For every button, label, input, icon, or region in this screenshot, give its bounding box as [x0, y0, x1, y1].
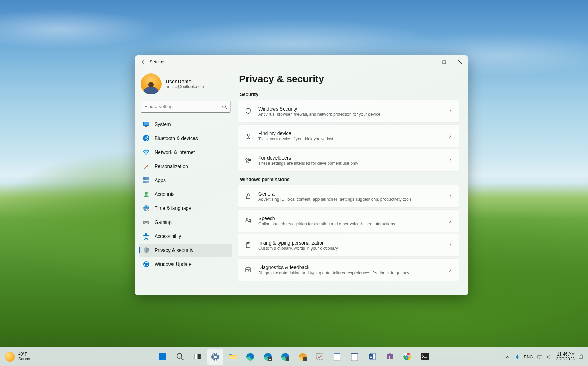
clock[interactable]: 11:46 AM 3/20/2023 — [556, 352, 575, 362]
bluetooth-icon — [143, 135, 150, 142]
globe-icon — [143, 205, 150, 212]
svg-point-1 — [223, 105, 226, 108]
word-icon: W — [368, 352, 377, 361]
card-title: General — [258, 191, 447, 197]
wifi-icon — [143, 149, 150, 156]
update-icon — [143, 261, 150, 268]
notepad-alt-icon — [351, 352, 360, 361]
heartbeat-icon — [244, 266, 252, 274]
settings-card-inking-typing-personalization[interactable]: Inking & typing personalizationCustom di… — [238, 234, 459, 257]
sidebar-item-gaming[interactable]: Gaming — [139, 216, 232, 229]
sidebar-item-personalization[interactable]: Personalization — [139, 160, 232, 173]
svg-rect-3 — [163, 353, 166, 357]
svg-text:C: C — [304, 358, 306, 361]
svg-rect-8 — [198, 354, 201, 359]
settings-card-speech[interactable]: SpeechOnline speech recognition for dict… — [238, 209, 459, 232]
sidebar-item-apps[interactable]: Apps — [139, 174, 232, 187]
taskbar-file-explorer[interactable] — [225, 349, 241, 365]
gamepad-icon — [143, 219, 150, 226]
sidebar-item-system[interactable]: System — [139, 118, 232, 131]
chrome-icon — [403, 352, 412, 361]
taskbar-chrome[interactable] — [400, 349, 416, 365]
taskbar-notepad-alt[interactable] — [347, 349, 363, 365]
sidebar-item-privacy-security[interactable]: Privacy & security — [139, 244, 232, 257]
page-title: Privacy & security — [238, 71, 459, 87]
user-name: User Demo — [166, 79, 204, 84]
sidebar-item-label: Bluetooth & devices — [155, 135, 198, 141]
network-tray-icon[interactable] — [537, 354, 543, 360]
language-indicator[interactable]: ENG — [524, 354, 533, 359]
taskbar-notepad[interactable] — [330, 349, 346, 365]
settings-card-for-developers[interactable]: For developersThese settings are intende… — [238, 149, 459, 172]
section-header: Security — [238, 87, 459, 100]
svg-rect-7 — [194, 354, 197, 359]
sidebar-item-bluetooth-devices[interactable]: Bluetooth & devices — [139, 132, 232, 145]
main-content: Privacy & security SecurityWindows Secur… — [235, 69, 468, 295]
overflow-chevron[interactable] — [504, 354, 511, 360]
section-header: Windows permissions — [238, 172, 459, 185]
taskbar-edge-dev[interactable]: D — [277, 349, 293, 365]
chevron-right-icon — [447, 157, 453, 163]
taskbar-word[interactable]: W — [365, 349, 381, 365]
sidebar: User Demo m_lab@outlook.com SystemBlueto… — [135, 69, 235, 295]
chevron-right-icon — [447, 267, 453, 273]
settings-card-find-my-device[interactable]: Find my deviceTrack your device if you t… — [238, 124, 459, 147]
search-button[interactable] — [220, 103, 229, 111]
weather-widget[interactable]: 40°F Sunny — [0, 352, 45, 362]
taskbar-snipping-tool[interactable] — [312, 349, 328, 365]
taskbar-search[interactable] — [172, 349, 188, 365]
clipboard-icon — [244, 241, 252, 249]
user-account-block[interactable]: User Demo m_lab@outlook.com — [139, 71, 232, 99]
system-icon — [143, 121, 150, 128]
edge-dev-icon: D — [281, 352, 290, 361]
search-icon — [176, 352, 185, 361]
snipping-tool-icon — [316, 352, 325, 361]
volume-tray-icon[interactable] — [546, 354, 553, 360]
taskbar-start[interactable] — [155, 349, 171, 365]
settings-window: Settings User Demo m_lab@outlook.com — [135, 55, 468, 295]
nav: SystemBluetooth & devicesNetwork & inter… — [139, 118, 232, 271]
taskbar-winrar[interactable] — [382, 349, 398, 365]
settings-card-general[interactable]: GeneralAdvertising ID, local content, ap… — [238, 185, 459, 208]
edge-canary-icon: C — [298, 352, 307, 361]
taskbar-settings[interactable] — [207, 349, 223, 365]
card-description: Diagnostic data, inking and typing data,… — [258, 270, 447, 275]
taskbar-edge-canary[interactable]: C — [295, 349, 311, 365]
svg-rect-11 — [229, 356, 237, 359]
notifications-button[interactable] — [578, 354, 585, 360]
sidebar-item-label: Windows Update — [155, 261, 192, 267]
search-input[interactable] — [141, 101, 231, 113]
chevron-right-icon — [447, 242, 453, 248]
taskbar-edge-beta[interactable]: B — [260, 349, 276, 365]
svg-rect-37 — [538, 355, 542, 358]
svg-text:B: B — [269, 358, 271, 361]
svg-rect-31 — [389, 356, 390, 359]
settings-icon — [211, 352, 220, 361]
user-email: m_lab@outlook.com — [166, 84, 204, 89]
sidebar-item-accounts[interactable]: Accounts — [139, 188, 232, 201]
chevron-right-icon — [447, 108, 453, 114]
close-button[interactable] — [452, 55, 468, 69]
settings-card-diagnostics-feedback[interactable]: Diagnostics & feedbackDiagnostic data, i… — [238, 258, 459, 281]
system-tray: ENG 11:46 AM 3/20/2023 — [504, 352, 588, 362]
bluetooth-tray-icon[interactable] — [514, 354, 521, 360]
weather-condition: Sunny — [18, 357, 30, 362]
maximize-button[interactable] — [436, 55, 452, 69]
taskbar-terminal[interactable] — [417, 349, 433, 365]
sidebar-item-label: Personalization — [155, 163, 188, 169]
taskbar-edge[interactable] — [242, 349, 258, 365]
chevron-right-icon — [447, 133, 453, 139]
sidebar-item-accessibility[interactable]: Accessibility — [139, 230, 232, 243]
minimize-button[interactable] — [420, 55, 436, 69]
back-button[interactable] — [138, 56, 149, 68]
sidebar-item-network-internet[interactable]: Network & internet — [139, 146, 232, 159]
settings-card-windows-security[interactable]: Windows SecurityAntivirus, browser, fire… — [238, 100, 459, 123]
search-wrap — [141, 101, 231, 113]
sidebar-item-windows-update[interactable]: Windows Update — [139, 258, 232, 271]
edge-beta-icon: B — [263, 352, 272, 361]
sidebar-item-time-language[interactable]: Time & language — [139, 202, 232, 215]
taskbar-task-view[interactable] — [190, 349, 206, 365]
minimize-icon — [426, 60, 430, 64]
weather-temp: 40°F — [18, 352, 30, 357]
avatar — [141, 73, 162, 94]
